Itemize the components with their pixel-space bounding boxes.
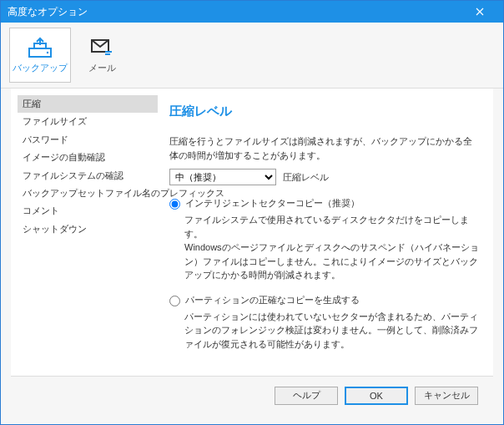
sidebar-item-filesize[interactable]: ファイルサイズ xyxy=(18,113,158,130)
cancel-button[interactable]: キャンセル xyxy=(415,387,478,405)
close-icon xyxy=(476,8,484,16)
sidebar-item-shutdown[interactable]: シャットダウン xyxy=(18,220,158,238)
sidebar-item-auto-verify[interactable]: イメージの自動確認 xyxy=(18,149,158,166)
window-title: 高度なオプション xyxy=(8,5,463,19)
ok-button[interactable]: OK xyxy=(345,387,408,405)
mail-icon xyxy=(89,37,114,58)
close-button[interactable] xyxy=(463,1,496,23)
help-button[interactable]: ヘルプ xyxy=(275,387,338,405)
footer: ヘルプ OK キャンセル xyxy=(11,376,493,414)
radio-exact-copy-label: パーティションの正確なコピーを生成する xyxy=(185,294,360,306)
compression-level-label: 圧縮レベル xyxy=(283,171,329,184)
sidebar: 圧縮 ファイルサイズ パスワード イメージの自動確認 ファイルシステムの確認 バ… xyxy=(11,89,158,376)
svg-point-1 xyxy=(47,51,48,53)
titlebar: 高度なオプション xyxy=(1,1,503,23)
radio-intelligent-sector[interactable] xyxy=(169,199,180,210)
category-tabs: バックアップ メール xyxy=(1,23,503,89)
radio-intelligent-sector-label: インテリジェントセクターコピー（推奨） xyxy=(185,197,360,210)
backup-icon xyxy=(28,37,53,58)
pane-title: 圧縮レベル xyxy=(169,104,480,119)
sidebar-item-password[interactable]: パスワード xyxy=(18,131,158,149)
settings-pane: 圧縮レベル 圧縮を行うとファイルサイズは削減されますが、バックアップにかかる全体… xyxy=(158,89,493,376)
sidebar-item-comment[interactable]: コメント xyxy=(18,202,158,220)
radio-exact-copy[interactable] xyxy=(169,296,180,306)
sidebar-item-compression[interactable]: 圧縮 xyxy=(18,95,158,113)
tab-mail[interactable]: メール xyxy=(71,28,133,83)
sidebar-item-prefix[interactable]: バックアップセットファイル名のプレフィックス xyxy=(18,185,158,202)
tab-backup-label: バックアップ xyxy=(13,62,68,74)
compression-level-select[interactable]: 中（推奨） xyxy=(169,169,276,185)
sidebar-item-filesystem-check[interactable]: ファイルシステムの確認 xyxy=(18,167,158,185)
pane-lede: 圧縮を行うとファイルサイズは削減されますが、バックアップにかかる全体の時間が増加… xyxy=(169,134,480,162)
dialog: 高度なオプション バックアップ メール xyxy=(0,0,504,425)
tab-mail-label: メール xyxy=(88,62,116,74)
content-area: 圧縮 ファイルサイズ パスワード イメージの自動確認 ファイルシステムの確認 バ… xyxy=(11,89,493,376)
radio-exact-copy-desc: パーティションには使われていないセクターが含まれるため、パーティションのフォレン… xyxy=(184,310,480,352)
tab-backup[interactable]: バックアップ xyxy=(9,28,71,83)
radio-intelligent-sector-desc: ファイルシステムで使用されているディスクセクタだけをコピーします。 Window… xyxy=(184,213,480,282)
